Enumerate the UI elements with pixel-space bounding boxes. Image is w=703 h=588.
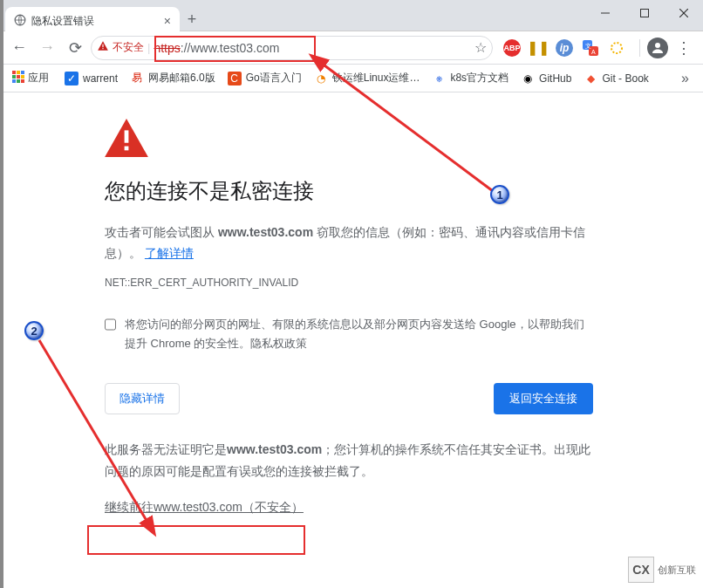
bookmark-favicon: C — [228, 72, 242, 85]
window-controls — [585, 0, 703, 26]
bookmark-star-icon[interactable]: ☆ — [474, 39, 487, 56]
bookmark-item[interactable]: ◉GitHub — [517, 67, 575, 89]
minimize-button[interactable] — [585, 0, 625, 26]
svg-rect-15 — [21, 71, 24, 74]
forward-button[interactable]: → — [35, 36, 59, 60]
proceed-unsafe-link[interactable]: 继续前往www.test03.com（不安全） — [105, 500, 304, 516]
svg-rect-23 — [125, 147, 129, 151]
bookmark-label: GitHub — [539, 72, 571, 85]
error-code: NET::ERR_CERT_AUTHORITY_INVALID — [105, 277, 659, 289]
svg-rect-19 — [12, 79, 16, 83]
bookmark-item[interactable]: 易网易邮箱6.0版 — [126, 67, 219, 89]
watermark-logo: CX — [628, 557, 654, 583]
bookmarks-bar: 应用 ✓warrent易网易邮箱6.0版CGo语言入门◔铁运维Linux运维…⎈… — [0, 65, 703, 92]
svg-text:A: A — [591, 48, 596, 54]
url-rest: ://www.test03.com — [181, 41, 280, 55]
page-heading: 您的连接不是私密连接 — [105, 177, 659, 205]
bookmark-label: 网易邮箱6.0版 — [148, 71, 215, 85]
toolbar-divider — [639, 39, 640, 57]
svg-point-11 — [611, 43, 622, 53]
reload-button[interactable]: ⟳ — [63, 36, 87, 60]
globe-icon — [14, 14, 26, 29]
hide-details-button[interactable]: 隐藏详情 — [105, 383, 180, 414]
maximize-button[interactable] — [625, 0, 664, 26]
tab-title: 隐私设置错误 — [31, 14, 159, 29]
apps-grid-icon — [12, 71, 24, 85]
learn-more-link[interactable]: 了解详情 — [145, 246, 194, 260]
svg-rect-16 — [12, 75, 16, 79]
bookmark-item[interactable]: ◔铁运维Linux运维… — [311, 67, 424, 89]
chrome-menu-button[interactable]: ⋮ — [672, 36, 696, 60]
bookmark-favicon: ◉ — [521, 72, 535, 85]
action-row: 隐藏详情 返回安全连接 — [105, 383, 593, 414]
bookmark-favicon: ◆ — [584, 72, 597, 85]
warning-description: 攻击者可能会试图从 www.test03.com 窃取您的信息（例如：密码、通讯… — [105, 222, 593, 264]
bookmark-favicon: 易 — [130, 72, 144, 85]
svg-rect-2 — [640, 10, 648, 17]
svg-rect-21 — [21, 79, 24, 83]
watermark-text: 创新互联 — [658, 564, 696, 575]
privacy-policy-link[interactable]: 隐私权政策 — [250, 337, 307, 350]
security-badge[interactable]: 不安全 — [97, 40, 144, 55]
back-to-safety-button[interactable]: 返回安全连接 — [494, 383, 593, 414]
back-button[interactable]: ← — [7, 36, 31, 60]
svg-rect-22 — [125, 130, 129, 142]
explanation-text: 此服务器无法证明它是www.test03.com；您计算机的操作系统不信任其安全… — [105, 439, 593, 482]
bookmark-label: 铁运维Linux运维… — [332, 71, 420, 85]
bookmark-favicon: ◔ — [314, 72, 328, 85]
toolbar: ← → ⟳ 不安全 | https://www.test03.com ☆ ABP… — [0, 31, 703, 65]
page-content: 您的连接不是私密连接 攻击者可能会试图从 www.test03.com 窃取您的… — [0, 92, 703, 588]
svg-rect-6 — [102, 48, 103, 49]
warning-icon — [105, 119, 659, 160]
lang-extension-icon[interactable] — [608, 39, 625, 57]
address-bar[interactable]: 不安全 | https://www.test03.com ☆ — [91, 36, 493, 60]
opt-in-info-link[interactable]: 您访问的部分网页的网址、有限的系统信息以及部分网页内容 — [136, 318, 442, 331]
svg-text:文: 文 — [585, 42, 591, 48]
apps-button[interactable]: 应用 — [7, 67, 54, 89]
browser-tab[interactable]: 隐私设置错误 × — [5, 7, 180, 35]
bookmark-item[interactable]: ◆Git - Book — [580, 67, 652, 89]
close-tab-icon[interactable]: × — [164, 14, 171, 28]
extension-icons: ABP ❚❚ ip 文A — [496, 39, 632, 57]
url-scheme: https — [154, 41, 180, 55]
ip-extension-icon[interactable]: ip — [556, 39, 573, 57]
bookmark-item[interactable]: CGo语言入门 — [224, 67, 305, 89]
warning-triangle-icon — [97, 40, 109, 55]
svg-rect-20 — [17, 79, 20, 83]
svg-point-12 — [655, 43, 660, 48]
bookmark-label: Git - Book — [602, 72, 648, 85]
bookmark-item[interactable]: ⎈k8s官方文档 — [428, 67, 512, 89]
opt-in-checkbox[interactable] — [105, 318, 116, 331]
bookmark-label: k8s官方文档 — [450, 71, 508, 85]
svg-rect-18 — [21, 75, 24, 79]
svg-rect-14 — [17, 71, 20, 74]
bookmark-label: Go语言入门 — [246, 71, 302, 85]
svg-rect-5 — [102, 44, 103, 48]
new-tab-button[interactable]: + — [180, 7, 204, 31]
tab-strip: 隐私设置错误 × + — [0, 0, 585, 31]
bookmark-item[interactable]: ✓warrent — [61, 67, 121, 89]
window-titlebar: 隐私设置错误 × + — [0, 0, 703, 31]
svg-rect-13 — [12, 71, 16, 74]
bookmarks-overflow-button[interactable]: » — [674, 71, 696, 86]
url-text: https://www.test03.com — [154, 41, 471, 55]
watermark: CX 创新互联 — [628, 555, 698, 585]
apps-label: 应用 — [28, 71, 49, 85]
profile-avatar[interactable] — [647, 38, 668, 58]
insecure-label: 不安全 — [113, 40, 144, 55]
svg-rect-17 — [17, 75, 20, 79]
bookmark-label: warrent — [83, 72, 118, 85]
opt-in-row: 将您访问的部分网页的网址、有限的系统信息以及部分网页内容发送给 Google，以… — [105, 315, 593, 353]
adblock-extension-icon[interactable]: ABP — [503, 39, 521, 57]
translate-extension-icon[interactable]: 文A — [582, 39, 599, 57]
bookmark-favicon: ⎈ — [432, 72, 446, 85]
pause-extension-icon[interactable]: ❚❚ — [529, 39, 547, 57]
close-window-button[interactable] — [664, 0, 703, 26]
bookmark-favicon: ✓ — [65, 72, 78, 85]
